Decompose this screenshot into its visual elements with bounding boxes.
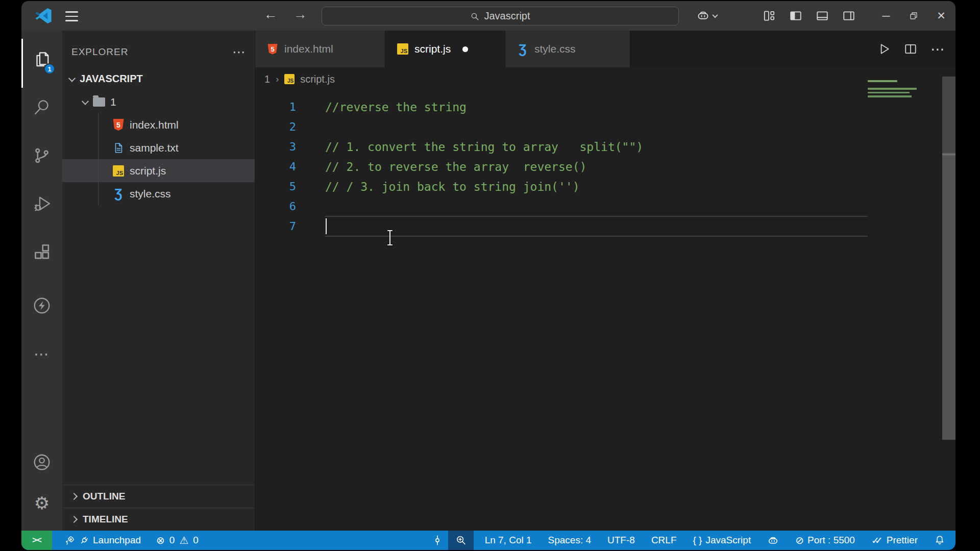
notifications-button[interactable]: [934, 535, 945, 546]
sidebar-item-run-debug[interactable]: [21, 180, 62, 228]
launchpad-label: Launchpad: [93, 535, 141, 546]
file-tree: JAVASCRIPT 1 5 index.html: [62, 67, 255, 205]
indent-guide: [98, 113, 99, 205]
title-bar: ← → Javascript: [21, 1, 955, 31]
restore-button[interactable]: [906, 8, 921, 24]
menu-icon[interactable]: [65, 11, 78, 21]
bell-icon: [934, 535, 945, 546]
tree-item-style-css[interactable]: Ʒ style.css: [62, 182, 255, 205]
prettier-status[interactable]: ✓✓ Prettier: [871, 535, 918, 546]
tab-script-js[interactable]: JS script.js: [385, 31, 505, 67]
js-icon: JS: [284, 74, 295, 84]
run-debug-icon: [32, 194, 52, 213]
tree-item-script-js[interactable]: JS script.js: [62, 159, 255, 182]
forward-button[interactable]: →: [291, 7, 309, 22]
chevron-right-icon: [70, 493, 78, 500]
modified-dot[interactable]: [462, 46, 468, 52]
breadcrumb-folder[interactable]: 1: [264, 73, 270, 85]
workspace-root[interactable]: JAVASCRIPT: [62, 67, 255, 90]
screencast-button[interactable]: [432, 535, 443, 546]
tree-item-sample-txt[interactable]: sample.txt: [62, 136, 255, 159]
code-line: 6: [255, 196, 955, 216]
lightning-icon: [32, 296, 52, 315]
remote-indicator[interactable]: ><: [21, 531, 52, 550]
sidebar-item-extensions[interactable]: [21, 228, 62, 276]
tab-index-html[interactable]: 5 index.html: [255, 31, 385, 67]
sidebar-item-source-control[interactable]: [21, 132, 62, 180]
error-icon: ⊗: [156, 535, 165, 545]
eol-sequence[interactable]: CRLF: [651, 535, 677, 546]
workspace-label: JAVASCRIPT: [80, 73, 143, 85]
encoding[interactable]: UTF-8: [607, 535, 635, 546]
search-icon: [32, 98, 52, 117]
vscode-window: ← → Javascript: [21, 1, 955, 550]
settings-button[interactable]: ⚙: [21, 483, 62, 523]
live-server-port[interactable]: ⊘ Port : 5500: [795, 535, 855, 546]
section-label: OUTLINE: [83, 491, 125, 502]
file-label: script.js: [130, 165, 166, 177]
js-icon: JS: [113, 165, 124, 177]
back-button[interactable]: ←: [261, 7, 280, 22]
code-editor[interactable]: 1 //reverse the string 2 3 // 1. convert…: [255, 91, 955, 531]
editor-more-button[interactable]: ⋯: [930, 41, 945, 58]
text-file-icon: [113, 142, 124, 154]
folder-icon: [93, 97, 105, 107]
tab-label: index.html: [284, 43, 333, 55]
braces-icon: { }: [693, 535, 702, 546]
vscode-logo-icon: [35, 7, 52, 24]
problems-button[interactable]: ⊗ 0 ⚠ 0: [156, 535, 199, 546]
breadcrumb: 1 › JS script.js: [255, 67, 955, 91]
vertical-scrollbar[interactable]: [942, 77, 955, 440]
more-views-button[interactable]: ⋯: [21, 330, 62, 378]
explorer-more-icon[interactable]: ⋯: [232, 44, 246, 60]
close-button[interactable]: ✕: [934, 8, 949, 24]
language-label: JavaScript: [705, 535, 751, 546]
tree-item-index-html[interactable]: 5 index.html: [62, 113, 255, 136]
section-label: TIMELINE: [83, 514, 128, 525]
line-number: 3: [255, 140, 309, 153]
command-center-search[interactable]: Javascript: [322, 7, 679, 26]
toggle-sidebar-icon[interactable]: [787, 8, 804, 24]
ellipsis-icon: ⋯: [34, 345, 50, 363]
tab-style-css[interactable]: Ʒ style.css: [505, 31, 630, 67]
file-label: sample.txt: [130, 142, 179, 154]
sidebar-item-thunder[interactable]: [21, 282, 62, 330]
editor-actions: ⋯: [877, 31, 945, 67]
chevron-down-icon: [712, 12, 718, 17]
tab-label: script.js: [414, 43, 451, 55]
sidebar-item-search[interactable]: [21, 84, 62, 132]
indentation[interactable]: Spaces: 4: [548, 535, 592, 546]
editor-group: 5 index.html JS script.js Ʒ style.css: [255, 31, 955, 531]
line-text: // 2. to reverse the array reverse(): [325, 160, 586, 173]
minimize-button[interactable]: ─: [878, 8, 894, 24]
outline-section[interactable]: OUTLINE: [62, 485, 255, 508]
tree-folder-1[interactable]: 1: [62, 90, 255, 113]
copilot-status-button[interactable]: [767, 535, 779, 546]
explorer-title: EXPLORER: [71, 46, 128, 58]
code-line: 3 // 1. convert the string to array spli…: [255, 137, 955, 157]
minimap[interactable]: [868, 80, 917, 99]
zoom-in-button[interactable]: [448, 531, 474, 550]
customize-layout-icon[interactable]: [761, 8, 778, 24]
sidebar-item-explorer[interactable]: 1: [21, 36, 62, 84]
explorer-sidebar: EXPLORER ⋯ JAVASCRIPT 1 5 index.html: [62, 31, 255, 531]
html-icon: 5: [113, 119, 124, 131]
screencast-icon: [432, 535, 443, 546]
line-text: // 1. convert the string to array split(…: [325, 140, 643, 154]
explorer-badge: 1: [44, 63, 55, 74]
split-editor-button[interactable]: [904, 42, 917, 56]
language-mode[interactable]: { } JavaScript: [693, 535, 751, 546]
breadcrumb-file[interactable]: script.js: [300, 73, 335, 85]
run-file-button[interactable]: [877, 42, 891, 56]
launchpad-button[interactable]: Launchpad: [64, 535, 141, 546]
timeline-section[interactable]: TIMELINE: [62, 508, 255, 531]
active-indicator: [21, 39, 23, 88]
chevron-down-icon: [82, 97, 89, 105]
copilot-menu[interactable]: [696, 9, 717, 22]
account-button[interactable]: [21, 442, 62, 483]
toggle-panel-icon[interactable]: [814, 8, 831, 24]
cursor-position[interactable]: Ln 7, Col 1: [485, 535, 532, 546]
slash-circle-icon: ⊘: [795, 535, 804, 545]
toggle-secondary-sidebar-icon[interactable]: [840, 8, 857, 24]
copilot-icon: [696, 9, 710, 22]
